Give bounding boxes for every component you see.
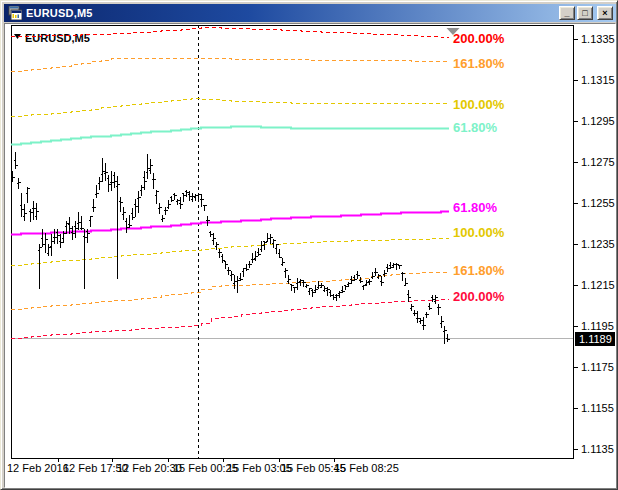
fib-level-label: 61.80% (453, 120, 498, 135)
price-tick-label[interactable]: 1.1135 (581, 443, 614, 455)
price-tick-label[interactable]: 1.1315 (581, 74, 615, 86)
chart-canvas[interactable]: 1.13351.13151.12951.12751.12551.12351.12… (5, 24, 615, 487)
symbol-label[interactable]: EURUSD,M5 (25, 32, 90, 44)
price-tick-label[interactable]: 1.1255 (581, 197, 615, 209)
time-label[interactable]: 15 Feb 08:25 (334, 462, 399, 474)
price-tick-label[interactable]: 1.1335 (581, 33, 615, 45)
fib-level-label: 100.00% (453, 97, 505, 112)
close-button[interactable]: × (597, 6, 613, 20)
fib-level-label: 61.80% (453, 200, 498, 215)
price-tick-label[interactable]: 1.1195 (581, 320, 614, 332)
price-tick-label[interactable]: 1.1235 (581, 238, 615, 250)
price-tick-label[interactable]: 1.1215 (581, 279, 615, 291)
current-price-value: 1.1189 (579, 333, 612, 345)
maximize-button[interactable]: □ (577, 6, 593, 20)
app-icon[interactable] (8, 6, 22, 20)
price-tick-label[interactable]: 1.1155 (581, 402, 614, 414)
plot-frame (11, 25, 573, 458)
fib-level-label: 161.80% (453, 263, 505, 278)
window-title: EURUSD,M5 (26, 7, 559, 19)
price-tick-label[interactable]: 1.1175 (581, 361, 614, 373)
fib-level-label: 100.00% (453, 225, 505, 240)
title-bar[interactable]: EURUSD,M5 _ □ × (4, 4, 616, 22)
price-tick-label[interactable]: 1.1275 (581, 156, 615, 168)
chart-window: EURUSD,M5 _ □ × 1.13351.13151.12951.1275… (0, 0, 618, 490)
fib-level-label: 161.80% (453, 56, 505, 71)
minimize-button[interactable]: _ (559, 6, 575, 20)
fib-level-label: 200.00% (453, 31, 505, 46)
chart-area[interactable]: 1.13351.13151.12951.12751.12551.12351.12… (4, 23, 616, 488)
time-label[interactable]: 12 Feb 2016 (7, 462, 69, 474)
fib-level-label: 200.00% (453, 289, 505, 304)
price-tick-label[interactable]: 1.1295 (581, 115, 615, 127)
